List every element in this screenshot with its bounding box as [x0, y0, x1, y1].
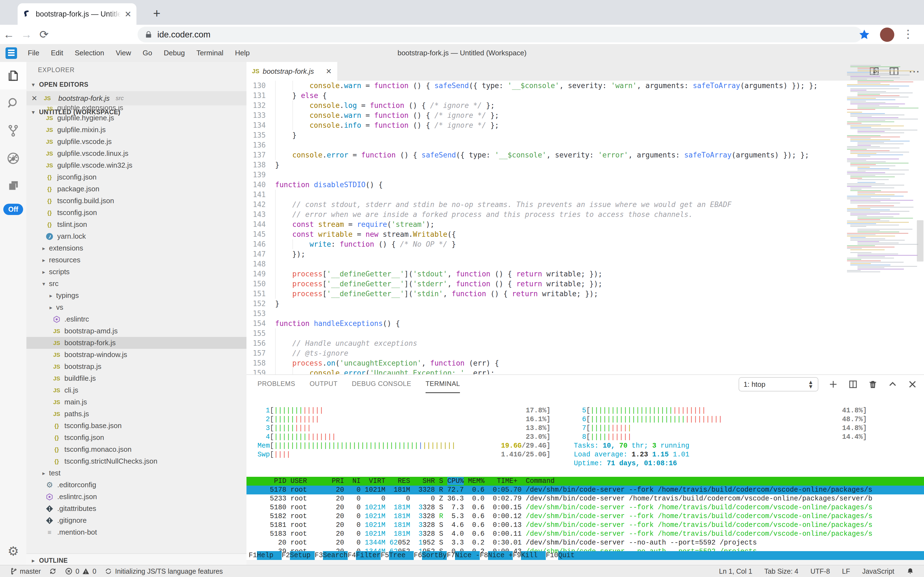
tree-item-gulpfile.mixin.js[interactable]: JSgulpfile.mixin.js	[26, 124, 246, 136]
reload-icon[interactable]: ⟳	[35, 28, 53, 41]
fkey-label-Nice +[interactable]: Nice +	[488, 551, 513, 560]
tree-item-main.js[interactable]: JSmain.js	[26, 396, 246, 408]
status-tab-size-4[interactable]: Tab Size: 4	[765, 567, 799, 575]
close-icon[interactable]: ✕	[326, 67, 332, 76]
tree-item-extensions[interactable]: ▸extensions	[26, 242, 246, 254]
htop-table-header[interactable]: PID USER PRI NI VIRT RES SHR S CPU% MEM%…	[246, 477, 924, 486]
menu-terminal[interactable]: Terminal	[191, 44, 229, 62]
tree-item-package.json[interactable]: {}package.json	[26, 183, 246, 195]
fkey-label-Help[interactable]: Help	[257, 551, 282, 560]
git-branch-status[interactable]: master	[10, 567, 41, 575]
fkey-F1[interactable]: F1	[249, 551, 257, 560]
menu-help[interactable]: Help	[229, 44, 255, 62]
tree-item-gulpfile.vscode.js[interactable]: JSgulpfile.vscode.js	[26, 136, 246, 148]
tree-item-scripts[interactable]: ▸scripts	[26, 266, 246, 278]
fkey-F5[interactable]: F5	[381, 551, 389, 560]
forward-icon[interactable]: →	[18, 28, 35, 41]
menu-selection[interactable]: Selection	[69, 44, 110, 62]
open-editor-item[interactable]: ✕ JS bootstrap-fork.js src	[26, 91, 246, 105]
fkey-F10[interactable]: F10	[546, 551, 558, 560]
fkey-label-Search[interactable]: Search	[323, 551, 348, 560]
htop-process-row[interactable]: 20 root 20 0 1344M 62052 1952 S 3.3 0.2 …	[246, 538, 924, 547]
fkey-F4[interactable]: F4	[348, 551, 356, 560]
problems-status[interactable]: 0 0	[65, 567, 96, 575]
fkey-label-Kill[interactable]: Kill	[521, 551, 546, 560]
tree-item-yarn.lock[interactable]: yarn.lock	[26, 230, 246, 242]
tree-item-bootstrap.js[interactable]: JSbootstrap.js	[26, 361, 246, 372]
new-tab-button[interactable]: +	[149, 5, 165, 21]
menu-debug[interactable]: Debug	[158, 44, 191, 62]
tree-item-tsconfig.strictNullChecks.json[interactable]: {}tsconfig.strictNullChecks.json	[26, 455, 246, 467]
htop-process-row[interactable]: 5182 root 20 0 1021M 181M 3328 R 5.3 0.6…	[246, 512, 924, 521]
tree-item-buildfile.js[interactable]: JSbuildfile.js	[26, 372, 246, 384]
tree-item-.eslintrc.json[interactable]: .eslintrc.json	[26, 491, 246, 503]
htop-process-row[interactable]: 5233 root 20 0 0 0 0 Z 36.3 0.0 0:02.79 …	[246, 495, 924, 503]
close-icon[interactable]: ✕	[31, 94, 39, 103]
app-logo-icon[interactable]	[5, 47, 17, 59]
tree-item-paths.js[interactable]: JSpaths.js	[26, 408, 246, 420]
fkey-F3[interactable]: F3	[315, 551, 323, 560]
tree-item-tslint.json[interactable]: {}tslint.json	[26, 219, 246, 230]
fkey-F2[interactable]: F2	[282, 551, 290, 560]
tree-item-vs[interactable]: ▸vs	[26, 301, 246, 313]
tree-item-resources[interactable]: ▸resources	[26, 254, 246, 266]
fkey-label-Nice -[interactable]: Nice -	[455, 551, 480, 560]
off-badge[interactable]: Off	[3, 204, 23, 215]
tree-item-tsconfig.monaco.json[interactable]: {}tsconfig.monaco.json	[26, 443, 246, 455]
status-ln-1-col-1[interactable]: Ln 1, Col 1	[719, 567, 752, 575]
tree-item-gulpfile.vscode.linux.js[interactable]: JSgulpfile.vscode.linux.js	[26, 148, 246, 160]
status-utf-8[interactable]: UTF-8	[810, 567, 830, 575]
fkey-label-Quit[interactable]: Quit	[558, 551, 575, 560]
tab-close-icon[interactable]: ✕	[125, 10, 132, 19]
sync-button[interactable]	[49, 567, 57, 575]
activity-extensions[interactable]	[0, 172, 26, 200]
fkey-F8[interactable]: F8	[480, 551, 488, 560]
bell-icon[interactable]	[906, 567, 914, 575]
tree-item-gulpfile.hygiene.js[interactable]: JSgulpfile.hygiene.js	[26, 112, 246, 124]
menu-edit[interactable]: Edit	[45, 44, 69, 62]
address-bar[interactable]: ide.coder.com	[138, 27, 862, 42]
fkey-F6[interactable]: F6	[414, 551, 422, 560]
kill-terminal-trash-icon[interactable]	[868, 379, 878, 389]
new-terminal-icon[interactable]	[828, 379, 838, 389]
tree-item-src[interactable]: ▾src	[26, 278, 246, 290]
bookmark-star-icon[interactable]	[858, 29, 870, 41]
maximize-panel-icon[interactable]	[888, 379, 898, 389]
activity-search[interactable]	[0, 89, 26, 117]
browser-avatar[interactable]	[880, 27, 894, 42]
settings-gear-icon[interactable]: ⚙	[0, 540, 26, 562]
tree-item-bootstrap-window.js[interactable]: JSbootstrap-window.js	[26, 349, 246, 361]
open-editors-header[interactable]: ▾ OPEN EDITORS	[26, 78, 246, 91]
activity-source-control[interactable]	[0, 117, 26, 145]
tree-item-tsconfig.json[interactable]: {}tsconfig.json	[26, 207, 246, 219]
tree-item-typings[interactable]: ▸typings	[26, 290, 246, 301]
split-terminal-icon[interactable]	[848, 379, 858, 389]
tree-item-cli.js[interactable]: JScli.js	[26, 384, 246, 396]
browser-tab[interactable]: bootstrap-fork.js — Untitled (W ✕	[18, 3, 137, 25]
fkey-label-Tree[interactable]: Tree	[389, 551, 414, 560]
tree-item-.mention-bot[interactable]: ≡.mention-bot	[26, 526, 246, 538]
panel-tab-terminal[interactable]: TERMINAL	[426, 375, 460, 393]
outline-section[interactable]: ▸ OUTLINE	[26, 553, 246, 565]
terminal-select[interactable]: 1: htop▲▼	[739, 377, 818, 392]
panel-tab-output[interactable]: OUTPUT	[310, 375, 337, 393]
htop-process-row[interactable]: 5183 root 20 0 1021M 181M 3328 S 4.0 0.6…	[246, 530, 924, 538]
status-lf[interactable]: LF	[842, 567, 850, 575]
fkey-label-Setup[interactable]: Setup	[290, 551, 315, 560]
status-javascript[interactable]: JavaScript	[862, 567, 894, 575]
tree-item-tsconfig.json[interactable]: {}tsconfig.json	[26, 432, 246, 443]
minimap[interactable]	[845, 64, 914, 374]
htop-process-row[interactable]: 5178 root 20 0 1021M 181M 3328 R 72.7 0.…	[246, 486, 924, 495]
editor-tab[interactable]: JS bootstrap-fork.js ✕	[246, 62, 337, 81]
menu-file[interactable]: File	[22, 44, 45, 62]
tree-item-.eslintrc[interactable]: .eslintrc	[26, 313, 246, 325]
tree-item-bootstrap-amd.js[interactable]: JSbootstrap-amd.js	[26, 325, 246, 337]
activity-debug[interactable]	[0, 145, 26, 172]
tree-item-.gitignore[interactable]: .gitignore	[26, 514, 246, 526]
code-area[interactable]: 130console.warn = function () { safeSend…	[246, 81, 924, 374]
fkey-F9[interactable]: F9	[513, 551, 521, 560]
panel-tab-problems[interactable]: PROBLEMS	[257, 375, 295, 393]
menu-view[interactable]: View	[110, 44, 137, 62]
menu-go[interactable]: Go	[137, 44, 158, 62]
fkey-label-Filter[interactable]: Filter	[356, 551, 381, 560]
